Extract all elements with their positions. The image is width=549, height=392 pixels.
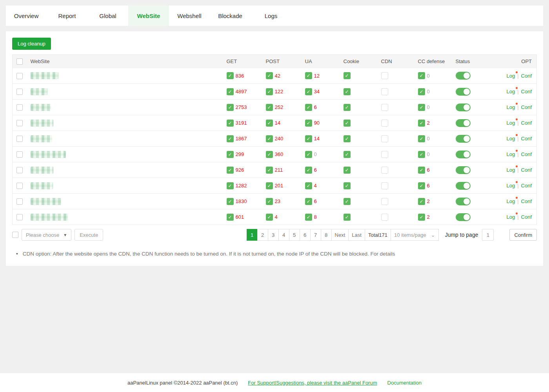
get-check-icon[interactable]: ✓ bbox=[227, 88, 234, 95]
log-link[interactable]: Log bbox=[506, 136, 515, 142]
status-toggle-on[interactable] bbox=[456, 135, 471, 143]
get-check-icon[interactable]: ✓ bbox=[227, 72, 234, 79]
row-checkbox[interactable] bbox=[16, 151, 23, 158]
page-button-3[interactable]: 3 bbox=[268, 229, 279, 241]
post-check-icon[interactable]: ✓ bbox=[266, 104, 273, 111]
log-link[interactable]: Log bbox=[506, 120, 515, 126]
cc-defense-check-icon[interactable]: ✓ bbox=[418, 120, 425, 127]
tab-overview[interactable]: Overview bbox=[6, 5, 47, 26]
page-button-4[interactable]: 4 bbox=[278, 229, 289, 241]
ua-check-icon[interactable]: ✓ bbox=[305, 120, 312, 127]
cdn-checkbox-unchecked[interactable] bbox=[381, 135, 388, 142]
get-check-icon[interactable]: ✓ bbox=[227, 104, 234, 111]
items-per-page-select[interactable]: 10 items/page⌄ bbox=[391, 229, 439, 241]
ua-check-icon[interactable]: ✓ bbox=[305, 214, 312, 221]
conf-link[interactable]: Conf bbox=[521, 136, 532, 142]
tab-global[interactable]: Global bbox=[87, 5, 128, 26]
conf-link[interactable]: Conf bbox=[521, 120, 532, 126]
select-all-checkbox[interactable] bbox=[16, 58, 23, 65]
cc-defense-check-icon[interactable]: ✓ bbox=[418, 88, 425, 95]
tab-logs[interactable]: Logs bbox=[251, 5, 291, 26]
page-button-8[interactable]: 8 bbox=[321, 229, 332, 241]
log-link[interactable]: Log bbox=[506, 73, 515, 79]
cc-defense-check-icon[interactable]: ✓ bbox=[418, 167, 425, 174]
cc-defense-check-icon[interactable]: ✓ bbox=[418, 151, 425, 158]
cookie-check-icon[interactable]: ✓ bbox=[344, 104, 351, 111]
cc-defense-check-icon[interactable]: ✓ bbox=[418, 135, 425, 142]
status-toggle-on[interactable] bbox=[456, 103, 471, 111]
tab-webshell[interactable]: Webshell bbox=[169, 5, 210, 26]
status-toggle-on[interactable] bbox=[456, 213, 471, 221]
row-checkbox[interactable] bbox=[16, 120, 23, 126]
status-toggle-on[interactable] bbox=[456, 198, 471, 205]
get-check-icon[interactable]: ✓ bbox=[227, 151, 234, 158]
log-cleanup-button[interactable]: Log cleanup bbox=[12, 38, 51, 50]
cdn-checkbox-unchecked[interactable] bbox=[381, 151, 388, 158]
post-check-icon[interactable]: ✓ bbox=[266, 135, 273, 142]
get-check-icon[interactable]: ✓ bbox=[227, 182, 234, 189]
post-check-icon[interactable]: ✓ bbox=[266, 151, 273, 158]
ua-check-icon[interactable]: ✓ bbox=[305, 104, 312, 111]
ua-check-icon[interactable]: ✓ bbox=[305, 72, 312, 79]
tab-blockade[interactable]: Blockade bbox=[210, 5, 251, 26]
page-button-1[interactable]: 1 bbox=[247, 229, 258, 241]
ua-check-icon[interactable]: ✓ bbox=[305, 135, 312, 142]
status-toggle-on[interactable] bbox=[456, 182, 471, 190]
confirm-button[interactable]: Confirm bbox=[509, 229, 537, 241]
get-check-icon[interactable]: ✓ bbox=[227, 135, 234, 142]
post-check-icon[interactable]: ✓ bbox=[266, 88, 273, 95]
last-page-button[interactable]: Last bbox=[348, 229, 365, 241]
execute-button[interactable]: Execute bbox=[75, 229, 103, 241]
page-button-7[interactable]: 7 bbox=[310, 229, 321, 241]
get-check-icon[interactable]: ✓ bbox=[227, 214, 234, 221]
tab-report[interactable]: Report bbox=[47, 5, 87, 26]
row-checkbox[interactable] bbox=[16, 136, 23, 142]
cc-defense-check-icon[interactable]: ✓ bbox=[418, 104, 425, 111]
support-forum-link[interactable]: For Support|Suggestions, please visit th… bbox=[248, 380, 377, 386]
cc-defense-check-icon[interactable]: ✓ bbox=[418, 198, 425, 205]
cookie-check-icon[interactable]: ✓ bbox=[344, 135, 351, 142]
post-check-icon[interactable]: ✓ bbox=[266, 182, 273, 189]
ua-check-icon[interactable]: ✓ bbox=[305, 88, 312, 95]
documentation-link[interactable]: Documentation bbox=[387, 380, 422, 386]
log-link[interactable]: Log bbox=[506, 214, 515, 220]
get-check-icon[interactable]: ✓ bbox=[227, 167, 234, 174]
post-check-icon[interactable]: ✓ bbox=[266, 214, 273, 221]
cdn-checkbox-unchecked[interactable] bbox=[381, 167, 388, 174]
conf-link[interactable]: Conf bbox=[521, 183, 532, 189]
bulk-select-checkbox[interactable] bbox=[12, 232, 18, 238]
cookie-check-icon[interactable]: ✓ bbox=[344, 151, 351, 158]
conf-link[interactable]: Conf bbox=[521, 104, 532, 110]
log-link[interactable]: Log bbox=[506, 167, 515, 173]
cookie-check-icon[interactable]: ✓ bbox=[344, 120, 351, 127]
jump-page-input[interactable] bbox=[482, 229, 494, 241]
row-checkbox[interactable] bbox=[16, 214, 23, 220]
status-toggle-on[interactable] bbox=[456, 119, 471, 127]
post-check-icon[interactable]: ✓ bbox=[266, 120, 273, 127]
next-page-button[interactable]: Next bbox=[331, 229, 349, 241]
cookie-check-icon[interactable]: ✓ bbox=[344, 182, 351, 189]
conf-link[interactable]: Conf bbox=[521, 89, 532, 94]
page-button-2[interactable]: 2 bbox=[257, 229, 268, 241]
row-checkbox[interactable] bbox=[16, 104, 23, 111]
cc-defense-check-icon[interactable]: ✓ bbox=[418, 182, 425, 189]
cdn-checkbox-unchecked[interactable] bbox=[381, 104, 388, 111]
status-toggle-on[interactable] bbox=[456, 166, 471, 174]
bulk-action-select[interactable]: Please choose ▼ bbox=[22, 229, 71, 241]
cookie-check-icon[interactable]: ✓ bbox=[344, 167, 351, 174]
post-check-icon[interactable]: ✓ bbox=[266, 167, 273, 174]
status-toggle-on[interactable] bbox=[456, 88, 471, 96]
cdn-checkbox-unchecked[interactable] bbox=[381, 214, 388, 221]
conf-link[interactable]: Conf bbox=[521, 214, 532, 220]
row-checkbox[interactable] bbox=[16, 89, 23, 95]
post-check-icon[interactable]: ✓ bbox=[266, 198, 273, 205]
get-check-icon[interactable]: ✓ bbox=[227, 120, 234, 127]
conf-link[interactable]: Conf bbox=[521, 167, 532, 173]
log-link[interactable]: Log bbox=[506, 89, 515, 94]
ua-check-icon[interactable]: ✓ bbox=[305, 151, 312, 158]
cdn-checkbox-unchecked[interactable] bbox=[381, 198, 388, 205]
cc-defense-check-icon[interactable]: ✓ bbox=[418, 214, 425, 221]
row-checkbox[interactable] bbox=[16, 73, 23, 79]
status-toggle-on[interactable] bbox=[456, 151, 471, 158]
post-check-icon[interactable]: ✓ bbox=[266, 72, 273, 79]
